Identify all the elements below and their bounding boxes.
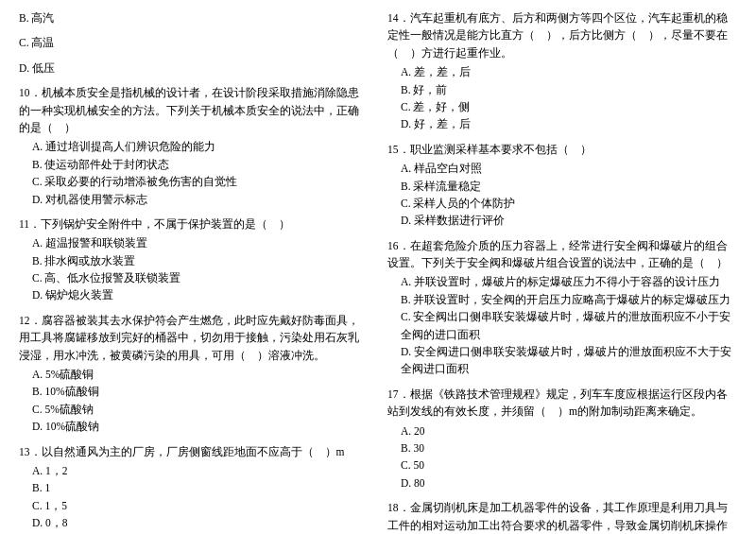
question-text: 17．根据《铁路技术管理规程》规定，列车车度应根据运行区段内各站到发线的有效长度… (387, 386, 737, 421)
page-content: B. 高汽C. 高温D. 低压10．机械本质安全是指机械的设计者，在设计阶段采取… (19, 9, 737, 534)
option-text: C. 高、低水位报警及联锁装置 (32, 269, 369, 286)
question-block: 18．金属切削机床是加工机器零件的设备，其工作原理是利用刀具与工件的相对运动加工… (387, 499, 737, 534)
question-text: 16．在超套危险介质的压力容器上，经常进行安全阀和爆破片的组合设置。下列关于安全… (387, 237, 737, 272)
question-text: 12．腐容器被装其去水保护符会产生燃危，此时应先戴好防毒面具，用工具将腐罐移放到… (19, 312, 369, 364)
option-text: B. 采样流量稳定 (401, 178, 737, 195)
option-text: C. 安全阀出口侧串联安装爆破片时，爆破片的泄放面积应不小于安全阀的进口面积 (401, 308, 737, 343)
question-block: 15．职业监测采样基本要求不包括（ ）A. 样品空白对照B. 采样流量稳定C. … (387, 141, 737, 230)
question-text: 15．职业监测采样基本要求不包括（ ） (387, 141, 737, 158)
question-text: C. 高温 (19, 34, 369, 51)
question-block: 13．以自然通风为主的厂房，厂房侧窗线距地面不应高于（ ）mA. 1，2B. 1… (19, 443, 369, 532)
option-text: D. 安全阀进口侧串联安装爆破片时，爆破片的泄放面积应不大于安全阀进口面积 (401, 343, 737, 378)
question-text: 11．下列锅炉安全附件中，不属于保护装置的是（ ） (19, 215, 369, 233)
option-text: A. 超温报警和联锁装置 (32, 234, 369, 251)
option-text: D. 0，8 (32, 514, 369, 531)
option-text: B. 使运动部件处于封闭状态 (32, 156, 369, 173)
option-text: A. 1，2 (32, 462, 369, 479)
option-text: A. 并联设置时，爆破片的标定爆破压力不得小于容器的设计压力 (401, 273, 737, 290)
option-text: C. 5%硫酸钠 (32, 401, 369, 418)
option-text: D. 锅炉熄火装置 (32, 286, 369, 303)
question-text: 13．以自然通风为主的厂房，厂房侧窗线距地面不应高于（ ）m (19, 443, 369, 460)
option-text: A. 差，差，后 (401, 63, 737, 80)
option-text: C. 50 (401, 456, 737, 474)
option-text: D. 10%硫酸钠 (32, 418, 369, 435)
question-text: 14．汽车起重机有底方、后方和两侧方等四个区位，汽车起重机的稳定性一般情况是能方… (387, 9, 737, 61)
option-text: B. 30 (401, 439, 737, 456)
question-block: 12．腐容器被装其去水保护符会产生燃危，此时应先戴好防毒面具，用工具将腐罐移放到… (19, 312, 369, 436)
question-text: B. 高汽 (19, 9, 369, 26)
option-text: B. 10%硫酸铜 (32, 383, 369, 400)
option-text: D. 对机器使用警示标志 (32, 191, 369, 208)
option-text: A. 样品空白对照 (401, 160, 737, 177)
option-text: C. 1，5 (32, 497, 369, 514)
question-block: 10．机械本质安全是指机械的设计者，在设计阶段采取措施消除隐患的一种实现机械安全… (19, 84, 369, 208)
left-column: B. 高汽C. 高温D. 低压10．机械本质安全是指机械的设计者，在设计阶段采取… (19, 9, 369, 534)
question-text: 10．机械本质安全是指机械的设计者，在设计阶段采取措施消除隐患的一种实现机械安全… (19, 84, 369, 136)
option-text: D. 采样数据进行评价 (401, 212, 737, 229)
option-text: D. 好，差，后 (401, 115, 737, 132)
right-column: 14．汽车起重机有底方、后方和两侧方等四个区位，汽车起重机的稳定性一般情况是能方… (387, 9, 737, 534)
option-text: C. 差，好，侧 (401, 98, 737, 115)
question-block: 14．汽车起重机有底方、后方和两侧方等四个区位，汽车起重机的稳定性一般情况是能方… (387, 9, 737, 133)
question-block: 16．在超套危险介质的压力容器上，经常进行安全阀和爆破片的组合设置。下列关于安全… (387, 237, 737, 378)
question-block: 17．根据《铁路技术管理规程》规定，列车车度应根据运行区段内各站到发线的有效长度… (387, 386, 737, 491)
option-text: B. 好，前 (401, 81, 737, 98)
option-text: D. 80 (401, 474, 737, 491)
option-text: B. 并联设置时，安全阀的开启压力应略高于爆破片的标定爆破压力 (401, 291, 737, 308)
option-text: B. 1 (32, 479, 369, 496)
option-text: A. 5%硫酸铜 (32, 366, 369, 383)
question-block: C. 高温 (19, 34, 369, 51)
question-block: 11．下列锅炉安全附件中，不属于保护装置的是（ ）A. 超温报警和联锁装置B. … (19, 215, 369, 304)
option-text: A. 通过培训提高人们辨识危险的能力 (32, 138, 369, 155)
option-text: B. 排水阀或放水装置 (32, 252, 369, 269)
option-text: C. 采样人员的个体防护 (401, 195, 737, 212)
question-text: D. 低压 (19, 60, 369, 77)
question-text: 18．金属切削机床是加工机器零件的设备，其工作原理是利用刀具与工件的相对运动加工… (387, 499, 737, 534)
columns-container: B. 高汽C. 高温D. 低压10．机械本质安全是指机械的设计者，在设计阶段采取… (19, 9, 737, 534)
option-text: A. 20 (401, 422, 737, 439)
question-block: B. 高汽 (19, 9, 369, 26)
option-text: C. 采取必要的行动增添被免伤害的自觉性 (32, 173, 369, 190)
question-block: D. 低压 (19, 60, 369, 77)
